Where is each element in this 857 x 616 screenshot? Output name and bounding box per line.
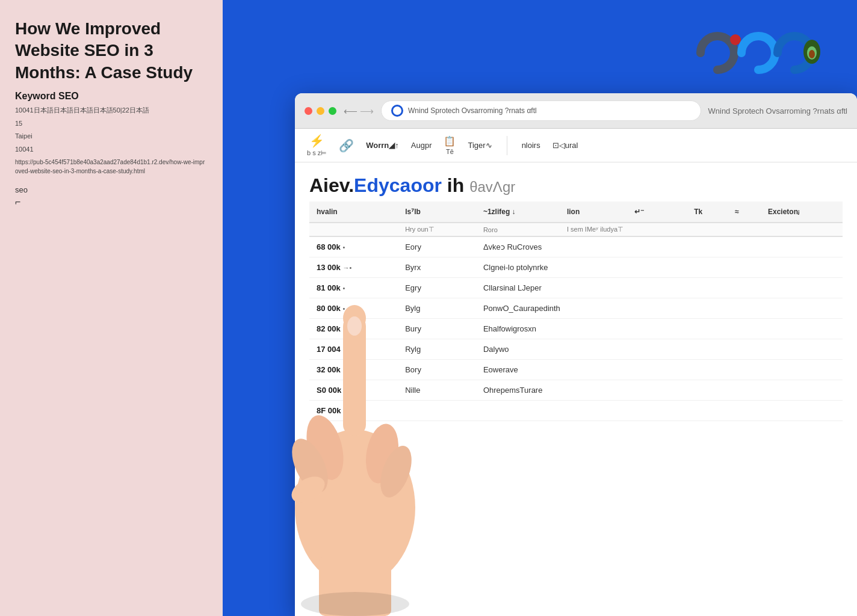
table-body: 68 00k • Eory Δvkeɔ RuCroves 13 00k →• B… (309, 236, 843, 421)
table-row: S0 00k • Nille OhrepemsTurare (309, 380, 843, 401)
cell-volume-3: 80 00k • (309, 298, 398, 319)
th-enter: ↵⁻ (627, 202, 687, 223)
sub-col1 (309, 223, 398, 236)
meta-line3: Taipei (15, 131, 208, 142)
page-title: How We Improved Website SEO in 3 Months:… (15, 18, 208, 84)
cell-volume-0: 68 00k • (309, 236, 398, 257)
sidebar: How We Improved Website SEO in 3 Months:… (0, 0, 223, 616)
cell-volume-8: 8F 00k • (309, 401, 398, 421)
toolbar-item-link[interactable]: 🔗 (339, 138, 354, 153)
traffic-lights (305, 107, 336, 115)
cell-col3-1: Clgnei-lo ptolynrke (476, 257, 843, 278)
toolbar-item-nloirs[interactable]: nloirs (522, 141, 540, 150)
app-toolbar: ⚡ b s z⊨ 🔗 Worrn◢↑ Augpr 📋 Tē Tiger∿ nlo… (295, 129, 857, 162)
browser-window: ⟵ ⟶ Wnind Sprotech Ovsarroming ?rnats αf… (295, 93, 857, 616)
close-button[interactable] (305, 107, 312, 115)
table-subheader-row: Hry oun⊤ Roro I sem IMeʸ iludya⊤ (309, 223, 843, 236)
meta-line1: 10041日本語日本語日本語日本語50|22日本語 (15, 105, 208, 116)
toolbar-item-augpr[interactable]: Augpr (411, 141, 432, 150)
toolbar-label-cp: b s z⊨ (307, 149, 327, 157)
cell-volume-4: 82 00k • (309, 319, 398, 339)
cp-icon: ⚡ (309, 134, 324, 148)
th-hvalin: hvalin (309, 202, 398, 223)
cell-col3-7: OhrepemsTurare (476, 380, 843, 401)
cell-col2-7: Nille (398, 380, 476, 401)
nloirs-label: nloirs (522, 141, 540, 150)
cell-col2-0: Eory (398, 236, 476, 257)
address-bar[interactable]: Wnind Sprotech Ovsarroming ?rnats αftl (381, 100, 701, 121)
cell-col2-6: Bory (398, 360, 476, 380)
top-bar (223, 0, 857, 105)
tiger-label: Tiger∿ (468, 141, 492, 150)
toolbar-item-worm[interactable]: Worrn◢↑ (366, 141, 399, 150)
table-row: 81 00k • Egry Cllarsinal LJeper (309, 278, 843, 298)
forward-icon[interactable]: ⟶ (360, 105, 374, 117)
cell-col2-2: Egry (398, 278, 476, 298)
maximize-button[interactable] (329, 107, 336, 115)
data-table: hvalin ls⁷lb ~1zlifeg ↓ lion ↵⁻ Tk ≈ Exc… (309, 202, 843, 421)
keyword-label: Keyword SEO (15, 91, 208, 102)
table-row: 17 004 • Rylg Dalywo (309, 339, 843, 360)
logo-group (688, 29, 821, 77)
browser-extensions: Wnind Sprotech Ovsarroming ?rnats αftl (708, 106, 848, 116)
toolbar-item-te[interactable]: 📋 Tē (444, 135, 456, 155)
minimize-button[interactable] (317, 107, 324, 115)
svg-point-3 (809, 50, 815, 58)
table-row: 13 00k →• Byrx Clgnei-lo ptolynrke (309, 257, 843, 278)
table-header-row: hvalin ls⁷lb ~1zlifeg ↓ lion ↵⁻ Tk ≈ Exc… (309, 202, 843, 223)
meta-line2: 15 (15, 119, 208, 129)
browser-chrome: ⟵ ⟶ Wnind Sprotech Ovsarroming ?rnats αf… (295, 93, 857, 129)
browser-icon (391, 105, 403, 117)
main-area: ⟵ ⟶ Wnind Sprotech Ovsarroming ?rnats αf… (223, 0, 857, 616)
table-row: 80 00k • Bylg PonwO_Caurapedinth (309, 298, 843, 319)
logo-icons (688, 29, 821, 77)
sub-col2: Hry oun⊤ (398, 223, 476, 236)
cell-col2-3: Bylg (398, 298, 476, 319)
link-icon: 🔗 (339, 138, 354, 153)
cell-col3-4: Ehalfowigrosxn (476, 319, 843, 339)
worm-label: Worrn◢↑ (366, 141, 399, 150)
table-row: 68 00k • Eory Δvkeɔ RuCroves (309, 236, 843, 257)
th-lstb: ls⁷lb (398, 202, 476, 223)
cell-volume-5: 17 004 • (309, 339, 398, 360)
te-icon: 📋 (444, 135, 456, 147)
sub-col6 (687, 223, 728, 236)
sidebar-arrow: ⌐ (15, 197, 208, 208)
cell-col3-2: Cllarsinal LJeper (476, 278, 843, 298)
table-row: 8F 00k • (309, 401, 843, 421)
augpr-label: Augpr (411, 141, 432, 150)
ext-text: Wnind Sprotech Ovsarroming ?rnats αftl (708, 106, 848, 116)
back-icon[interactable]: ⟵ (344, 105, 357, 117)
cell-volume-6: 32 00k • (309, 360, 398, 380)
table-row: 32 00k • Bory Eowerave (309, 360, 843, 380)
cell-col2-1: Byrx (398, 257, 476, 278)
sub-col7 (728, 223, 761, 236)
ural-label: ⊡◁ural (552, 141, 578, 150)
cell-col2-5: Rylg (398, 339, 476, 360)
th-lion: lion (560, 202, 627, 223)
table-row: 82 00k • Bury Ehalfowigrosxn (309, 319, 843, 339)
te-label: Tē (446, 148, 454, 155)
th-zlifeg: ~1zlifeg ↓ (476, 202, 560, 223)
cell-volume-1: 13 00k →• (309, 257, 398, 278)
toolbar-item-tiger[interactable]: Tiger∿ (468, 141, 492, 150)
th-approx: ≈ (728, 202, 761, 223)
cell-col3-5: Dalywo (476, 339, 843, 360)
app-subheading: θavΛgr (469, 179, 515, 195)
cell-col3-0: Δvkeɔ RuCroves (476, 236, 843, 257)
toolbar-item-cp[interactable]: ⚡ b s z⊨ (307, 134, 327, 157)
sub-col4: I sem IMeʸ iludya⊤ (560, 223, 687, 236)
sidebar-tag: seo (15, 185, 208, 194)
meta-line4: 10041 (15, 144, 208, 155)
cell-col3-8 (476, 401, 843, 421)
app-heading-row: Aiev.Edycaoor ih θavΛgr (309, 174, 843, 197)
sub-col8 (761, 223, 843, 236)
cell-volume-7: S0 00k • (309, 380, 398, 401)
app-heading-part1: Aiev.Edycaoor ih θavΛgr (309, 174, 515, 196)
svg-point-0 (730, 34, 741, 45)
toolbar-item-ural[interactable]: ⊡◁ural (552, 141, 578, 150)
cell-col3-3: PonwO_Caurapedinth (476, 298, 843, 319)
cell-col3-6: Eowerave (476, 360, 843, 380)
th-exciet: Excietonⱼ (761, 202, 843, 223)
th-tk: Tk (687, 202, 728, 223)
